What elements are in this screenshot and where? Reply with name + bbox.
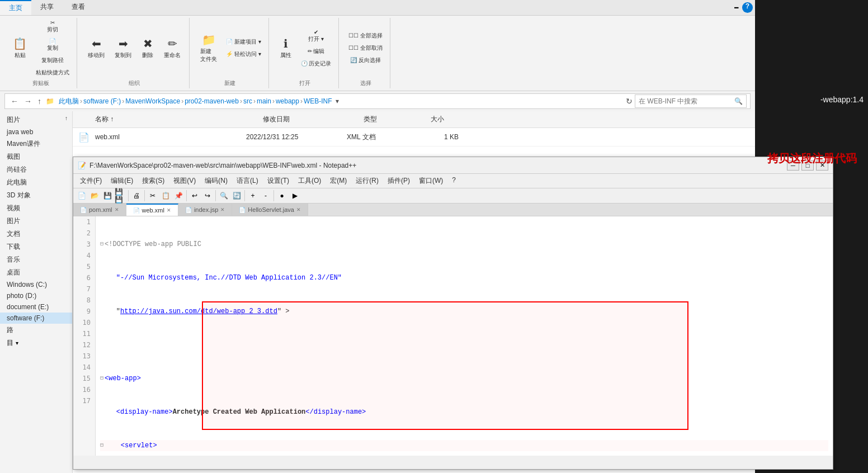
toolbar-saveall[interactable]: 💾💾: [114, 190, 126, 202]
tab-pomxml[interactable]: 📄 pom.xml ✕: [73, 204, 126, 216]
code-content[interactable]: ⊟<!DOCTYPE web-app PUBLIC "-//Sun Micros…: [96, 216, 833, 456]
sidebar-item-computer[interactable]: 此电脑: [0, 176, 72, 189]
sidebar-item-photo[interactable]: photo (D:): [0, 290, 72, 301]
copy-button[interactable]: 📄 复制: [33, 36, 72, 54]
sidebar-item-more[interactable]: 目▾: [0, 337, 72, 349]
breadcrumb-dropdown[interactable]: ▾: [336, 97, 339, 105]
toolbar-replace[interactable]: 🔄: [230, 190, 243, 202]
menu-macro[interactable]: 宏(M): [326, 175, 351, 187]
menu-help[interactable]: ?: [447, 175, 460, 187]
sidebar-item-music[interactable]: 音乐: [0, 253, 72, 266]
sidebar-item-windows[interactable]: Windows (C:): [0, 279, 72, 290]
toolbar-open[interactable]: 📂: [88, 190, 101, 202]
delete-button[interactable]: ✖ 删除: [138, 34, 158, 62]
tab-close-web[interactable]: ✕: [167, 207, 171, 213]
copy-to-button[interactable]: ➡ 复制到: [111, 34, 135, 62]
breadcrumb-maven[interactable]: MavenWorkSpace: [125, 97, 180, 105]
tab-indexjsp[interactable]: 📄 index.jsp ✕: [178, 204, 232, 216]
sidebar-item-downloads[interactable]: 下载: [0, 240, 72, 253]
breadcrumb-pro02[interactable]: pro02-maven-web: [185, 97, 239, 105]
tab-helloservlet[interactable]: 📄 HelloServlet.java ✕: [232, 204, 308, 216]
sidebar-item-images[interactable]: 图片: [0, 215, 72, 228]
menu-file[interactable]: 文件(F): [76, 175, 106, 187]
collapse-1[interactable]: ⊟: [100, 239, 103, 250]
collapse-5[interactable]: ⊟: [100, 373, 103, 384]
search-input[interactable]: [639, 97, 734, 105]
menu-language[interactable]: 语言(L): [232, 175, 263, 187]
col-header-date[interactable]: 修改日期: [258, 112, 359, 126]
toolbar-macro[interactable]: ●: [276, 190, 288, 202]
toolbar-cut[interactable]: ✂: [147, 190, 159, 202]
forward-button[interactable]: →: [22, 96, 34, 107]
toolbar-zoomin[interactable]: +: [247, 190, 259, 202]
menu-view[interactable]: 视图(V): [169, 175, 200, 187]
col-header-type[interactable]: 类型: [359, 112, 426, 126]
breadcrumb-webapp[interactable]: webapp: [276, 97, 299, 105]
collapse-7[interactable]: ⊟: [100, 440, 103, 451]
col-header-name[interactable]: 名称 ↑: [91, 112, 258, 126]
menu-run[interactable]: 运行(R): [351, 175, 383, 187]
menu-search[interactable]: 搜索(S): [138, 175, 169, 187]
toolbar-undo[interactable]: ↩: [188, 190, 201, 202]
move-to-button[interactable]: ⬅ 移动到: [84, 34, 108, 62]
sidebar-item-video[interactable]: 视频: [0, 202, 72, 215]
sidebar-item-network[interactable]: 路: [0, 324, 72, 337]
sidebar-item-desktop[interactable]: 桌面: [0, 266, 72, 279]
paste-shortcut-button[interactable]: 粘贴快捷方式: [33, 67, 72, 78]
select-all-button[interactable]: ☐☐ 全部选择: [346, 30, 385, 41]
sidebar-item-pictures[interactable]: 图片 ↑: [0, 113, 72, 126]
toolbar-run[interactable]: ▶: [289, 190, 301, 202]
menu-encoding[interactable]: 编码(N): [200, 175, 232, 187]
tab-close-pom[interactable]: ✕: [115, 207, 119, 212]
invert-select-button[interactable]: 🔄 反向选择: [346, 55, 385, 66]
toolbar-find[interactable]: 🔍: [218, 190, 230, 202]
properties-button[interactable]: ℹ 属性: [276, 34, 296, 62]
menu-window[interactable]: 窗口(W): [414, 175, 447, 187]
paste-button[interactable]: 📋 粘贴: [9, 34, 31, 62]
cut-button[interactable]: ✂ 剪切: [33, 18, 72, 35]
breadcrumb-computer[interactable]: 此电脑: [59, 97, 79, 106]
sidebar-item-docs[interactable]: 文档: [0, 228, 72, 240]
menu-edit[interactable]: 编辑(E): [106, 175, 138, 187]
col-header-size[interactable]: 大小: [426, 112, 482, 126]
sidebar-item-javaweb[interactable]: java web: [0, 126, 72, 138]
file-row-webxml[interactable]: 📄 web.xml 2022/12/31 12:25 XML 文档 1 KB: [73, 128, 755, 146]
easy-access-button[interactable]: ⚡ 轻松访问 ▾: [223, 49, 264, 60]
sidebar-item-maven[interactable]: Maven课件: [0, 138, 72, 150]
toolbar-redo[interactable]: ↪: [201, 190, 214, 202]
tab-close-index[interactable]: ✕: [220, 207, 225, 212]
rename-button[interactable]: ✏ 重命名: [160, 34, 185, 62]
edit-button[interactable]: ✏ 编辑: [298, 46, 334, 57]
tab-view[interactable]: 查看: [63, 0, 94, 15]
tab-close-hello[interactable]: ✕: [296, 207, 301, 212]
open-button[interactable]: ✔ 打开 ▾: [298, 27, 334, 45]
tab-home[interactable]: 主页: [0, 0, 31, 15]
breadcrumb-main[interactable]: main: [257, 97, 271, 105]
menu-tools[interactable]: 工具(O): [294, 175, 326, 187]
breadcrumb-webinf[interactable]: WEB-INF: [304, 97, 332, 105]
toolbar-new[interactable]: 📄: [76, 190, 88, 202]
new-folder-button[interactable]: 📁 新建文件夹: [196, 30, 221, 66]
copy-path-button[interactable]: 复制路径: [33, 55, 72, 66]
sidebar-item-document[interactable]: document (E:): [0, 301, 72, 313]
toolbar-copy[interactable]: 📋: [159, 190, 172, 202]
deselect-all-button[interactable]: ☐☐ 全部取消: [346, 42, 385, 54]
window-help-icon[interactable]: ?: [742, 2, 753, 13]
breadcrumb-software[interactable]: software (F:): [83, 97, 121, 105]
refresh-button[interactable]: ↻: [626, 97, 633, 106]
back-button[interactable]: ←: [8, 96, 21, 107]
tab-webxml[interactable]: 📄 web.xml ✕: [126, 204, 178, 216]
menu-plugins[interactable]: 插件(P): [383, 175, 414, 187]
sidebar-item-3d[interactable]: 3D 对象: [0, 189, 72, 202]
up-button[interactable]: ↑: [35, 96, 44, 107]
history-button[interactable]: 🕐 历史记录: [298, 58, 334, 69]
toolbar-print[interactable]: 🖨: [130, 190, 143, 202]
sidebar-item-software[interactable]: software (F:): [0, 313, 72, 324]
sidebar-item-screenshot[interactable]: 截图: [0, 150, 72, 163]
menu-settings[interactable]: 设置(T): [263, 175, 294, 187]
toolbar-save[interactable]: 💾: [101, 190, 114, 202]
new-item-button[interactable]: 📄 新建项目 ▾: [223, 36, 264, 48]
breadcrumb-src[interactable]: src: [243, 97, 252, 105]
sidebar-item-atguigu[interactable]: 尚硅谷: [0, 163, 72, 176]
toolbar-paste[interactable]: 📌: [172, 190, 185, 202]
